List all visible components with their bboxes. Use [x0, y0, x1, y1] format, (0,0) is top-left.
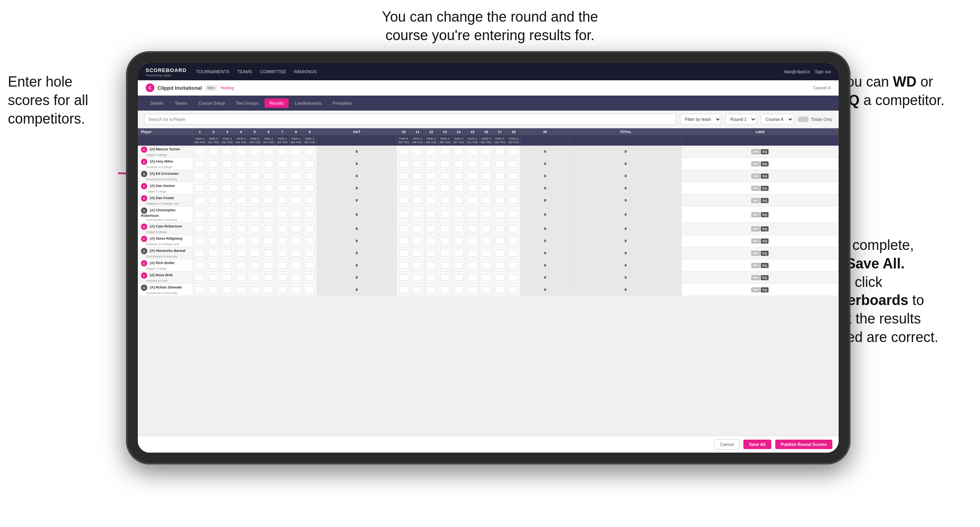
hole-13-cell[interactable] — [438, 235, 452, 247]
hole-18-input[interactable] — [509, 274, 518, 281]
hole-3-input[interactable] — [222, 262, 232, 269]
hole-7-input[interactable] — [278, 262, 287, 269]
hole-9-cell[interactable] — [303, 223, 317, 235]
hole-16-cell[interactable] — [479, 146, 493, 158]
hole-9-input[interactable] — [305, 274, 315, 281]
hole-9-input[interactable] — [305, 262, 315, 269]
hole-12-cell[interactable] — [424, 223, 438, 235]
hole-4-input[interactable] — [236, 211, 246, 218]
hole-16-input[interactable] — [482, 286, 491, 293]
hole-18-cell[interactable] — [507, 207, 521, 223]
hole-15-input[interactable] — [468, 197, 477, 204]
hole-15-cell[interactable] — [465, 284, 479, 296]
hole-1-cell[interactable] — [193, 247, 207, 259]
publish-button[interactable]: Publish Round Scores — [775, 440, 832, 449]
hole-10-input[interactable] — [399, 286, 408, 293]
hole-7-input[interactable] — [278, 286, 287, 293]
hole-16-cell[interactable] — [479, 223, 493, 235]
hole-8-cell[interactable] — [289, 247, 303, 259]
hole-7-input[interactable] — [278, 172, 287, 179]
hole-15-input[interactable] — [468, 211, 477, 218]
hole-9-cell[interactable] — [303, 259, 317, 272]
hole-14-cell[interactable] — [452, 158, 465, 170]
hole-2-input[interactable] — [209, 237, 218, 244]
dq-button[interactable]: DQ — [761, 263, 769, 268]
hole-16-input[interactable] — [482, 211, 491, 218]
dq-button[interactable]: DQ — [761, 174, 769, 179]
hole-13-cell[interactable] — [438, 284, 452, 296]
hole-11-input[interactable] — [413, 225, 422, 232]
hole-5-input[interactable] — [250, 148, 259, 155]
hole-2-cell[interactable] — [207, 223, 220, 235]
hole-8-input[interactable] — [291, 160, 301, 167]
hole-6-cell[interactable] — [261, 235, 275, 247]
hole-4-input[interactable] — [236, 148, 246, 155]
hole-8-cell[interactable] — [289, 235, 303, 247]
hole-5-cell[interactable] — [248, 194, 262, 207]
hole-14-cell[interactable] — [452, 223, 465, 235]
wd-button[interactable]: WD — [751, 212, 760, 217]
hole-7-input[interactable] — [278, 274, 287, 281]
hole-16-cell[interactable] — [479, 284, 493, 296]
hole-13-cell[interactable] — [438, 146, 452, 158]
hole-9-input[interactable] — [305, 185, 315, 192]
hole-1-input[interactable] — [195, 172, 204, 179]
hole-17-input[interactable] — [495, 286, 505, 293]
hole-10-input[interactable] — [399, 160, 408, 167]
hole-13-cell[interactable] — [438, 223, 452, 235]
hole-9-cell[interactable] — [303, 284, 317, 296]
hole-8-input[interactable] — [291, 148, 301, 155]
hole-13-input[interactable] — [440, 286, 450, 293]
hole-14-cell[interactable] — [452, 235, 465, 247]
hole-10-cell[interactable] — [397, 182, 411, 194]
hole-8-cell[interactable] — [289, 284, 303, 296]
hole-10-input[interactable] — [399, 237, 408, 244]
hole-5-cell[interactable] — [248, 272, 262, 284]
hole-4-cell[interactable] — [234, 259, 248, 272]
nav-rankings[interactable]: RANKINGS — [294, 68, 317, 76]
hole-14-cell[interactable] — [452, 170, 465, 182]
wd-button[interactable]: WD — [751, 198, 760, 203]
hole-16-cell[interactable] — [479, 158, 493, 170]
totals-only-switch[interactable] — [798, 116, 809, 122]
hole-14-cell[interactable] — [452, 284, 465, 296]
hole-13-cell[interactable] — [438, 158, 452, 170]
hole-6-input[interactable] — [264, 225, 273, 232]
hole-13-input[interactable] — [440, 211, 450, 218]
hole-2-input[interactable] — [209, 286, 218, 293]
nav-teams[interactable]: TEAMS — [237, 68, 252, 76]
hole-4-cell[interactable] — [234, 247, 248, 259]
hole-17-cell[interactable] — [493, 170, 507, 182]
hole-7-cell[interactable] — [275, 247, 289, 259]
course-select[interactable]: Course A — [761, 114, 794, 125]
hole-17-cell[interactable] — [493, 235, 507, 247]
hole-13-input[interactable] — [440, 237, 450, 244]
hole-3-cell[interactable] — [220, 194, 234, 207]
hole-2-cell[interactable] — [207, 146, 220, 158]
hole-2-input[interactable] — [209, 250, 218, 257]
hole-4-cell[interactable] — [234, 235, 248, 247]
hole-14-input[interactable] — [454, 211, 463, 218]
hole-18-cell[interactable] — [507, 194, 521, 207]
hole-11-input[interactable] — [413, 274, 422, 281]
hole-11-input[interactable] — [413, 262, 422, 269]
hole-4-cell[interactable] — [234, 284, 248, 296]
hole-17-cell[interactable] — [493, 146, 507, 158]
hole-5-cell[interactable] — [248, 207, 262, 223]
hole-6-input[interactable] — [264, 286, 273, 293]
hole-10-input[interactable] — [399, 197, 408, 204]
hole-1-cell[interactable] — [193, 158, 207, 170]
hole-4-input[interactable] — [236, 274, 246, 281]
hole-14-input[interactable] — [454, 185, 463, 192]
hole-17-input[interactable] — [495, 274, 505, 281]
hole-14-input[interactable] — [454, 250, 463, 257]
hole-16-cell[interactable] — [479, 207, 493, 223]
hole-6-input[interactable] — [264, 148, 273, 155]
hole-5-input[interactable] — [250, 286, 259, 293]
hole-14-cell[interactable] — [452, 182, 465, 194]
hole-5-input[interactable] — [250, 197, 259, 204]
hole-11-input[interactable] — [413, 160, 422, 167]
hole-6-input[interactable] — [264, 250, 273, 257]
hole-2-cell[interactable] — [207, 284, 220, 296]
dq-button[interactable]: DQ — [761, 287, 769, 292]
